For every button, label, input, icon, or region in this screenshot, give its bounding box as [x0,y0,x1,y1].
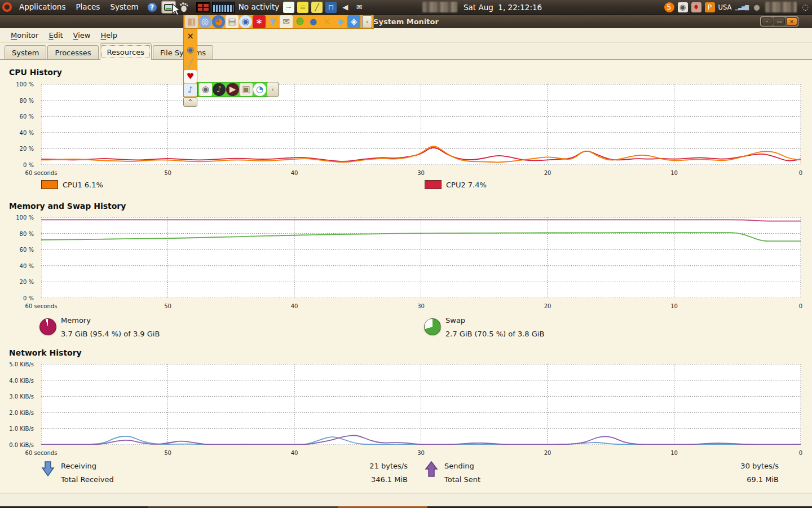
axis-tick: 0.0 KiB/s [9,442,34,448]
volume-icon[interactable]: ◀ [339,2,351,13]
tools-icon[interactable]: × [184,30,197,43]
total-received-label: Total Received [61,473,114,487]
cpu-history-title: CPU History [9,68,62,77]
flame-icon[interactable]: ♦ [691,2,701,12]
axis-tick: 50 [164,303,171,309]
vinyl-icon[interactable]: ♪ [213,83,226,96]
mail-app-icon[interactable]: ✉ [280,15,293,28]
tab-bar: SystemProcessesResourcesFile Systems [0,43,812,60]
speaker-tray-icon[interactable]: ◉ [678,2,688,12]
window-title: System Monitor [373,17,439,26]
xchat-icon[interactable]: × [320,15,333,28]
drawer-collapse-up-button[interactable]: ^ [183,97,197,107]
menu-item-view[interactable]: View [68,28,96,42]
cpu-chart [41,84,801,165]
network-chart-canvas [41,364,801,445]
axis-tick: 30 [417,303,425,309]
tab-processes[interactable]: Processes [47,45,98,59]
menubar: MonitorEditViewHelp [0,28,812,43]
menu-places[interactable]: Places [70,0,105,14]
help-icon[interactable]: ? [147,2,157,12]
system-monitor-applet[interactable] [212,2,235,13]
titlebar[interactable]: System Monitor – ▭ × [0,15,812,28]
green-user-icon[interactable]: ☻ [293,15,306,28]
remote-desktop-icon[interactable]: ▥ [185,15,198,28]
tab-system[interactable]: System [5,45,46,59]
axis-tick: 40 [291,170,298,176]
axis-tick: 80 % [20,97,34,103]
axis-tick: 3.0 KiB/s [9,393,34,400]
cpu-chart-canvas [41,84,801,165]
swap-pie-icon [424,318,441,335]
download-arrow-icon[interactable]: ▼ [266,15,279,28]
sticky-note-icon[interactable]: ≡ [297,2,308,13]
cards-icon[interactable]: ♥ [184,70,197,83]
ubuntu-logo-icon[interactable] [2,2,12,12]
memory-pie-icon [39,318,56,335]
axis-tick: 50 [164,450,171,456]
axis-tick: 80 % [20,230,34,237]
media-film-icon[interactable]: ♪ [184,84,197,97]
firefox-icon[interactable]: ◕ [212,15,225,28]
swap-legend: Swap 2.7 GiB (70.5 %) of 3.8 GiB [424,314,544,341]
media-row-collapse-button[interactable]: ‹ [267,82,279,97]
dropbox-icon[interactable]: ◆ [334,15,347,28]
chat-bubble-icon[interactable]: ● [752,2,762,12]
close-button[interactable]: × [786,17,797,25]
region-label[interactable]: USA [718,3,732,11]
science-icon[interactable]: ◉ [184,43,197,56]
tab-resources[interactable]: Resources [100,43,152,60]
menu-applications[interactable]: Applications [14,0,70,14]
axis-tick: 100 % [16,214,34,221]
hamster-time-tracker[interactable]: No activity [239,0,279,14]
memory-swap-series-memory [41,220,801,221]
drawer-collapse-left-button[interactable]: ‹ [362,15,372,28]
pidgin-icon[interactable]: ● [307,15,320,28]
menu-item-monitor[interactable]: Monitor [6,28,43,42]
censored-block [765,2,797,12]
clock[interactable]: Sat Aug 1, 22:12:16 [464,0,542,15]
axis-tick: 50 [164,170,171,176]
maximize-button[interactable]: ▭ [774,17,785,25]
minimize-button[interactable]: – [761,17,773,25]
system-load-icon[interactable]: ~ [283,2,294,13]
menu-item-help[interactable]: Help [95,28,122,42]
globe-network-icon[interactable]: ◉ [239,15,252,28]
pinwheel-icon[interactable]: ◔ [253,83,266,96]
axis-tick: 60 % [20,247,34,253]
edit-note-icon[interactable]: ╱ [311,2,323,13]
axis-tick: 20 % [20,279,34,285]
axis-tick: 40 % [20,129,34,135]
axis-tick: 0 % [23,162,34,168]
lock-icon[interactable]: ⊓ [325,2,337,13]
trowel-icon[interactable]: ╱ [184,57,197,70]
menu-system[interactable]: System [105,0,143,14]
tray-left: ~≡╱⊓◀✉ [283,2,365,13]
workspace-switcher[interactable] [196,2,210,12]
signal-bars-icon[interactable]: ▁▃▅▇ [735,5,748,10]
chromium-icon[interactable]: ◎ [198,15,211,28]
panel-left-group: Applications Places System ? No activity… [2,0,365,14]
news-reader-icon[interactable]: ▤ [226,15,239,28]
sending-legend: Sending 30 bytes/s Total Sent 69.1 MiB [425,459,779,487]
receiving-label: Receiving [61,459,96,473]
photos-icon[interactable]: ▣ [240,83,253,96]
axis-tick: 60 seconds [25,170,58,176]
speaker-box-icon[interactable]: ◉ [199,83,212,96]
clipboard-icon[interactable]: P [705,2,715,12]
desktop: System Monitor – ▭ × MonitorEditViewHelp… [0,0,812,508]
power-icon[interactable]: ◌ [800,2,810,12]
map-pin-icon[interactable]: ◈ [347,15,360,28]
network-y-axis: 5.0 KiB/s4.0 KiB/s3.0 KiB/s2.0 KiB/s1.0 … [0,364,37,445]
status-bar [0,493,812,506]
download-arrow-icon [41,461,55,478]
memory-x-axis: 60 seconds50403020100 [41,303,801,310]
mail-notify-icon[interactable]: ✉ [354,2,365,13]
media-player-icon[interactable]: ▶ [226,83,239,96]
axis-tick: 60 % [20,113,34,120]
badge-5-icon[interactable]: 5 [664,2,674,12]
red-app-icon[interactable]: ∗ [253,15,266,28]
axis-tick: 20 [544,450,551,456]
axis-tick: 4.0 KiB/s [9,377,34,383]
menu-item-edit[interactable]: Edit [43,28,68,42]
